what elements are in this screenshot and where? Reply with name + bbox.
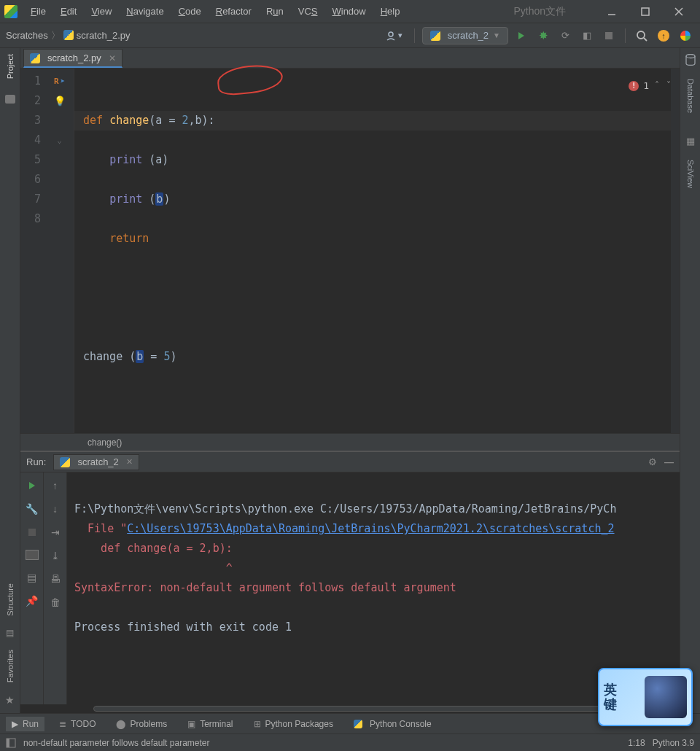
print-button[interactable]: 🖶	[50, 573, 61, 585]
close-button[interactable]	[662, 0, 696, 23]
terminal-tab-button[interactable]: ▣Terminal	[182, 717, 238, 731]
menu-window[interactable]: Window	[326, 3, 371, 20]
stop-button[interactable]	[600, 27, 618, 44]
python-icon	[354, 719, 365, 729]
override-marker-icon[interactable]: ➤	[61, 71, 66, 91]
window-controls	[595, 0, 696, 23]
list-icon: ≣	[59, 719, 66, 729]
run-tab-button[interactable]: ▶Run	[6, 717, 44, 731]
python-console-tab-button[interactable]: Python Console	[348, 717, 438, 731]
tool-window-toggle-icon[interactable]	[6, 738, 16, 748]
inspection-widget[interactable]: ! 1 ˄ ˅	[629, 76, 672, 96]
soft-wrap-button[interactable]: ⇥	[50, 526, 61, 538]
ime-indicator[interactable]: 英 键	[598, 668, 693, 726]
database-icon[interactable]	[685, 54, 696, 66]
run-config-name: scratch_2	[448, 30, 489, 41]
project-tool-tab[interactable]: Project	[6, 50, 15, 83]
error-count: 1	[643, 76, 649, 96]
structure-tool-tab[interactable]: Structure	[6, 579, 15, 620]
search-everywhere-button[interactable]	[633, 27, 650, 44]
editor-area: scratch_2.py ✕ 12345678 R➤ 💡 ⌄ def chang…	[20, 48, 680, 713]
menu-edit[interactable]: Edit	[55, 3, 82, 20]
ide-features-button[interactable]	[677, 27, 694, 44]
run-configuration-dropdown[interactable]: scratch_2 ▼	[422, 27, 508, 44]
terminal-icon: ▣	[187, 719, 195, 729]
rerun-button[interactable]	[26, 480, 38, 491]
run-line-marker-icon[interactable]: R	[54, 71, 59, 91]
breadcrumb-root[interactable]: Scratches	[6, 30, 48, 41]
hide-button[interactable]: —	[664, 456, 674, 467]
caret-position[interactable]: 1:18	[628, 738, 645, 748]
modify-run-config-button[interactable]: 🔧	[26, 503, 38, 515]
error-stripe[interactable]	[671, 69, 680, 433]
debug-button[interactable]: ✸	[534, 27, 552, 44]
run-console[interactable]: F:\Python文件\venv\Scripts\python.exe C:/U…	[67, 472, 680, 704]
run-with-coverage-button[interactable]: ⟳	[556, 27, 574, 44]
code-editor[interactable]: 12345678 R➤ 💡 ⌄ def change(a = 2,b): pri…	[20, 69, 680, 433]
ide-update-button[interactable]: ↑	[655, 27, 672, 44]
database-tool-tab[interactable]: Database	[686, 79, 695, 113]
sciview-icon[interactable]: ▦	[685, 135, 696, 147]
python-icon	[430, 31, 440, 41]
close-tab-icon[interactable]: ✕	[109, 53, 116, 63]
favorites-tool-tab[interactable]: Favorites	[6, 645, 15, 687]
run-tool-window: Run: scratch_2 ✕ ⚙ — 🔧 ▤ 📌	[20, 451, 680, 713]
menu-run[interactable]: Run	[260, 3, 289, 20]
problems-tab-button[interactable]: ⬤Problems	[110, 717, 173, 731]
breadcrumb[interactable]: Scratches 〉 scratch_2.py	[6, 29, 376, 42]
clear-all-button[interactable]: 🗑	[50, 596, 61, 608]
maximize-button[interactable]	[629, 0, 662, 23]
structure-icon[interactable]: ▤	[6, 628, 14, 638]
packages-tab-button[interactable]: ⊞Python Packages	[248, 717, 339, 731]
play-icon	[518, 32, 524, 39]
up-button[interactable]: ↑	[50, 480, 61, 491]
menu-help[interactable]: Help	[375, 3, 406, 20]
menu-code[interactable]: Code	[173, 3, 207, 20]
add-configuration-button[interactable]: ▾	[382, 27, 407, 44]
down-button[interactable]: ↓	[50, 503, 61, 515]
console-file-link[interactable]: C:\Users\19753\AppData\Roaming\JetBrains…	[127, 522, 614, 535]
run-primary-actions: 🔧 ▤ 📌	[20, 472, 44, 704]
horizontal-scrollbar[interactable]	[93, 706, 680, 712]
svg-rect-1	[642, 8, 649, 15]
titlebar: File Edit View Navigate Code Refactor Ru…	[0, 0, 700, 23]
intention-bulb-icon[interactable]: 💡	[54, 91, 66, 111]
fold-end-icon[interactable]: ⌄	[57, 131, 62, 150]
pin-button[interactable]: 📌	[26, 595, 38, 607]
menu-vcs[interactable]: VCS	[292, 3, 324, 20]
run-tab[interactable]: scratch_2 ✕	[53, 454, 139, 470]
status-bar: non-default parameter follows default pa…	[0, 734, 700, 751]
restore-layout-button[interactable]	[26, 550, 39, 560]
minimize-button[interactable]	[595, 0, 629, 23]
scroll-to-end-button[interactable]: ⤓	[50, 550, 61, 561]
folder-icon[interactable]	[5, 95, 15, 104]
layout-button[interactable]: ▤	[26, 572, 38, 583]
stop-button[interactable]	[26, 526, 38, 538]
editor-tab-scratch2[interactable]: scratch_2.py ✕	[23, 49, 122, 68]
python-interpreter[interactable]: Python 3.9	[653, 738, 694, 748]
console-error: SyntaxError: non-default argument follow…	[74, 581, 456, 594]
code-content[interactable]: def change(a = 2,b): print (a) print (b)…	[74, 69, 671, 433]
right-tool-strip: Database ▦ SciView	[680, 48, 700, 713]
warning-icon: ⬤	[116, 719, 125, 729]
run-button[interactable]	[513, 27, 530, 44]
package-icon: ⊞	[254, 719, 261, 729]
run-label: Run:	[26, 456, 46, 467]
menu-view[interactable]: View	[85, 3, 117, 20]
star-icon[interactable]: ★	[5, 694, 15, 713]
svg-point-8	[686, 55, 695, 58]
menu-file[interactable]: File	[25, 3, 52, 20]
gear-icon[interactable]: ⚙	[648, 456, 657, 467]
play-icon: ▶	[12, 719, 18, 729]
menu-refactor[interactable]: Refactor	[210, 3, 257, 20]
sciview-tool-tab[interactable]: SciView	[686, 160, 695, 188]
breadcrumb-file[interactable]: scratch_2.py	[63, 30, 131, 41]
todo-tab-button[interactable]: ≣TODO	[53, 717, 101, 731]
run-body: 🔧 ▤ 📌 ↑ ↓ ⇥ ⤓ 🖶 🗑 F:\Python文件\venv\Scrip…	[20, 472, 680, 704]
separator	[625, 28, 626, 43]
prev-error-icon[interactable]: ˄	[653, 76, 661, 96]
close-icon[interactable]: ✕	[126, 457, 133, 467]
python-file-icon	[63, 30, 74, 40]
menu-navigate[interactable]: Navigate	[120, 3, 169, 20]
profile-button[interactable]: ◧	[578, 27, 596, 44]
